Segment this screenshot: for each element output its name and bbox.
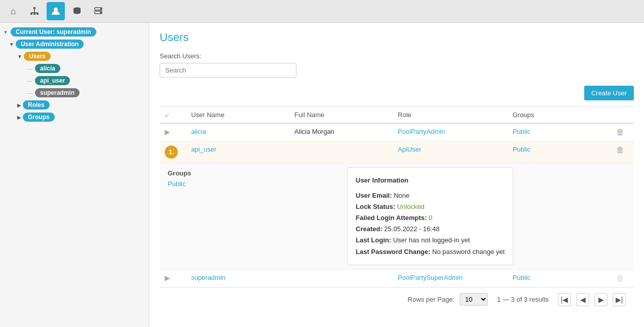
failed-login-count: 0 bbox=[429, 214, 432, 222]
roles-badge[interactable]: Roles bbox=[23, 100, 50, 110]
expand-cell-superadmin[interactable]: ▶ bbox=[160, 269, 186, 287]
expanded-content: Groups Public User Information User Emai… bbox=[160, 163, 634, 269]
top-navigation: ⌂ bbox=[0, 0, 644, 23]
user-info-title: User Information bbox=[356, 175, 505, 186]
pagination-bar: Rows per Page: 10 25 50 100 1 — 3 of 3 r… bbox=[160, 287, 634, 311]
database-nav-button[interactable] bbox=[68, 2, 86, 20]
corner-icon: ↙ bbox=[165, 112, 170, 119]
email-line: User Email: None bbox=[356, 190, 505, 201]
rows-per-page-select[interactable]: 10 25 50 100 bbox=[460, 293, 488, 306]
last-password-line: Last Password Change: No password change… bbox=[356, 246, 505, 258]
fullname-cell-superadmin bbox=[289, 269, 393, 287]
page-title: Users bbox=[160, 31, 634, 44]
sidebar-item-alicia[interactable]: — alicia bbox=[24, 62, 149, 75]
delete-icon-alicia[interactable]: 🗑 bbox=[616, 128, 624, 136]
users-table: ↙ User Name Full Name Role Groups ▶ alic bbox=[160, 106, 634, 287]
expand-icon[interactable]: ▶ bbox=[165, 128, 170, 136]
expanded-detail-cell: Groups Public User Information User Emai… bbox=[160, 163, 634, 270]
created-line: Created: 25.05.2022 - 16:48 bbox=[356, 224, 505, 235]
username-link-superadmin[interactable]: superadmin bbox=[191, 274, 225, 281]
main-layout: ▼ Current User: superadmin ▼ User Admini… bbox=[0, 23, 644, 327]
username-link-alicia[interactable]: alicia bbox=[191, 128, 206, 135]
toolbar: Create User bbox=[160, 86, 634, 100]
username-cell-superadmin: superadmin bbox=[186, 269, 289, 287]
search-section: Search Users: bbox=[160, 52, 634, 78]
home-nav-button[interactable]: ⌂ bbox=[4, 2, 22, 20]
expanded-badge-api[interactable]: 1. bbox=[165, 146, 178, 159]
sidebar-item-api-user[interactable]: — api_user bbox=[24, 75, 149, 87]
users-arrow: ▼ bbox=[17, 54, 22, 59]
roles-arrow: ▶ bbox=[17, 102, 21, 108]
alicia-badge[interactable]: alicia bbox=[35, 64, 60, 73]
user-admin-arrow: ▼ bbox=[9, 42, 14, 47]
col-header-role: Role bbox=[393, 107, 508, 124]
last-login-line: Last Login: User has not logged-in yet bbox=[356, 235, 505, 246]
search-input[interactable] bbox=[160, 63, 296, 78]
roles-sidebar-item[interactable]: ▶ Roles bbox=[14, 99, 149, 111]
role-cell-superadmin: PoolPartySuperAdmin bbox=[393, 269, 508, 287]
col-header-fullname: Full Name bbox=[289, 107, 393, 124]
groups-link-superadmin[interactable]: Public bbox=[513, 274, 531, 281]
next-page-button[interactable]: ▶ bbox=[594, 293, 608, 306]
delete-cell-api: 🗑 bbox=[611, 141, 634, 163]
col-header-action bbox=[611, 107, 634, 124]
groups-section: Groups Public bbox=[160, 163, 347, 269]
role-cell: PoolPartyAdmin bbox=[393, 123, 508, 141]
groups-arrow: ▶ bbox=[17, 115, 21, 120]
users-sidebar-item[interactable]: ▼ Users bbox=[14, 50, 149, 62]
groups-badge[interactable]: Groups bbox=[23, 113, 55, 122]
svg-rect-0 bbox=[33, 7, 35, 9]
groups-sidebar-item[interactable]: ▶ Groups bbox=[14, 111, 149, 123]
username-cell: alicia bbox=[186, 123, 289, 141]
role-link-api-user[interactable]: ApiUser bbox=[398, 146, 421, 153]
first-page-button[interactable]: |◀ bbox=[558, 293, 571, 306]
hierarchy-nav-button[interactable] bbox=[25, 2, 44, 20]
col-header-expand: ↙ bbox=[160, 107, 186, 124]
results-count: 1 — 3 of 3 results bbox=[497, 296, 549, 303]
delete-icon-superadmin[interactable]: 🗑 bbox=[616, 274, 624, 282]
user-administration-item[interactable]: ▼ User Administration bbox=[6, 38, 149, 50]
create-user-button[interactable]: Create User bbox=[584, 86, 634, 100]
groups-cell-api: Public bbox=[508, 141, 611, 163]
groups-cell-superadmin: Public bbox=[508, 269, 611, 287]
last-page-button[interactable]: ▶| bbox=[613, 293, 626, 306]
role-link-alicia[interactable]: PoolPartyAdmin bbox=[398, 128, 445, 135]
delete-icon-api-user[interactable]: 🗑 bbox=[616, 146, 624, 154]
fullname-cell: Alicia Morgan bbox=[289, 123, 393, 141]
expanded-detail-row: Groups Public User Information User Emai… bbox=[160, 163, 634, 270]
groups-link-alicia[interactable]: Public bbox=[513, 128, 531, 135]
expand-cell[interactable]: ▶ bbox=[160, 123, 186, 141]
lock-status-value: Unlocked bbox=[397, 203, 425, 210]
users-nav-button[interactable] bbox=[47, 2, 65, 20]
username-cell-api: api_user bbox=[186, 141, 289, 163]
svg-point-11 bbox=[100, 12, 101, 13]
groups-public-link[interactable]: Public bbox=[168, 180, 185, 188]
server-nav-button[interactable] bbox=[89, 2, 107, 20]
sidebar-item-superadmin[interactable]: — superadmin bbox=[24, 87, 149, 99]
api-user-badge[interactable]: api_user bbox=[35, 76, 70, 85]
users-badge[interactable]: Users bbox=[24, 52, 51, 61]
sidebar: ▼ Current User: superadmin ▼ User Admini… bbox=[0, 23, 149, 327]
groups-link-api-user[interactable]: Public bbox=[513, 146, 531, 153]
fullname-cell-api bbox=[289, 141, 393, 163]
user-admin-badge[interactable]: User Administration bbox=[16, 40, 84, 49]
prev-page-button[interactable]: ◀ bbox=[576, 293, 589, 306]
failed-login-line: Failed Login Attempts: 0 bbox=[356, 212, 505, 224]
table-row: 1. api_user ApiUser Public 🗑 bbox=[160, 141, 634, 163]
col-header-username: User Name bbox=[186, 107, 289, 124]
col-header-groups: Groups bbox=[508, 107, 611, 124]
search-label: Search Users: bbox=[160, 52, 634, 60]
lock-status-line: Lock Status: Unlocked bbox=[356, 201, 505, 212]
table-row: ▶ superadmin PoolPartySuperAdmin Public … bbox=[160, 269, 634, 287]
role-cell-api: ApiUser bbox=[393, 141, 508, 163]
role-link-superadmin[interactable]: PoolPartySuperAdmin bbox=[398, 274, 463, 281]
current-user-item: ▼ Current User: superadmin bbox=[0, 26, 149, 38]
user-info-card: User Information User Email: None Lock S… bbox=[347, 167, 513, 265]
username-link-api-user[interactable]: api_user bbox=[191, 146, 216, 153]
expand-icon-superadmin[interactable]: ▶ bbox=[165, 274, 170, 282]
expand-cell-api[interactable]: 1. bbox=[160, 141, 186, 163]
rows-per-page-label: Rows per Page: bbox=[408, 296, 455, 303]
current-user-badge[interactable]: Current User: superadmin bbox=[11, 27, 96, 37]
superadmin-badge[interactable]: superadmin bbox=[35, 88, 80, 97]
svg-point-6 bbox=[54, 8, 58, 12]
